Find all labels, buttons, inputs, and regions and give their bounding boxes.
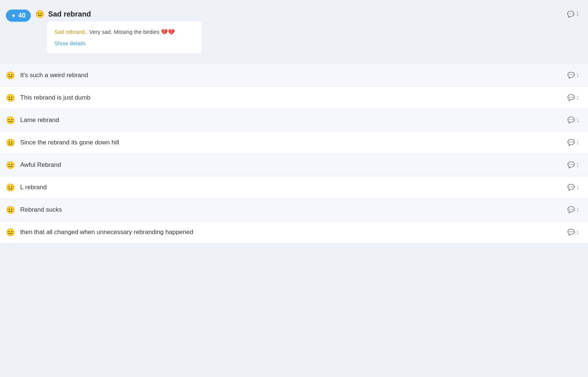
comment-bubble-icon-7: 💬 xyxy=(567,229,575,236)
comment-number-2: 1 xyxy=(576,117,579,123)
main-container: ▼ 40 😐 Sad rebrand 💬 1 Sad rebrand.. Ver… xyxy=(0,0,588,249)
list-item-text-2: Lame rebrand xyxy=(20,116,562,124)
sentiment-emoji-5: 😐 xyxy=(6,183,15,192)
comment-bubble-icon-5: 💬 xyxy=(567,184,575,191)
sentiment-emoji-1: 😐 xyxy=(6,93,15,102)
show-details-link[interactable]: Show details xyxy=(54,40,86,46)
list-item-text-5: L rebrand xyxy=(20,184,562,191)
list-item-text-0: It's such a weird rebrand xyxy=(20,72,562,79)
sentiment-emoji-6: 😐 xyxy=(6,205,15,214)
comment-bubble-icon-6: 💬 xyxy=(567,206,575,213)
comment-bubble-icon-3: 💬 xyxy=(567,139,575,146)
comment-number-4: 1 xyxy=(576,162,579,168)
list-item[interactable]: 😐 Since the rebrand its gone down hill 💬… xyxy=(0,132,588,154)
comment-count-6: 💬 1 xyxy=(567,206,579,213)
list-item[interactable]: 😐 It's such a weird rebrand 💬 1 xyxy=(0,64,588,87)
top-content: 😐 Sad rebrand 💬 1 Sad rebrand.. Very sad… xyxy=(35,10,579,53)
comment-count-4: 💬 1 xyxy=(567,161,579,168)
list-item[interactable]: 😐 Rebrand sucks 💬 1 xyxy=(0,199,588,221)
top-item-title: Sad rebrand xyxy=(48,10,91,18)
sentiment-emoji-7: 😐 xyxy=(6,228,15,237)
comment-count-1: 💬 1 xyxy=(567,94,579,101)
comment-count-7: 💬 1 xyxy=(567,229,579,236)
comment-number-3: 1 xyxy=(576,139,579,146)
comment-bubble-icon-4: 💬 xyxy=(567,161,575,168)
comment-bubble-icon-2: 💬 xyxy=(567,116,575,123)
preview-card: Sad rebrand.. Very sad. Missing the bird… xyxy=(47,21,201,53)
sentiment-emoji-0: 😐 xyxy=(6,71,15,80)
spacer xyxy=(0,57,588,64)
top-comment-number: 1 xyxy=(576,11,579,17)
preview-body: Very sad. Missing the birdies 💔💔 xyxy=(88,29,175,35)
top-comment-count: 💬 1 xyxy=(567,11,579,18)
vote-count: 40 xyxy=(18,12,26,19)
top-item: ▼ 40 😐 Sad rebrand 💬 1 Sad rebrand.. Ver… xyxy=(0,6,588,57)
comment-bubble-icon-0: 💬 xyxy=(567,72,575,79)
sentiment-emoji-top: 😐 xyxy=(35,10,44,18)
list-item-text-6: Rebrand sucks xyxy=(20,206,562,213)
list-container: 😐 It's such a weird rebrand 💬 1 😐 This r… xyxy=(0,64,588,244)
comment-bubble-icon-top: 💬 xyxy=(567,11,574,18)
sentiment-emoji-2: 😐 xyxy=(6,116,15,125)
list-item[interactable]: 😐 then that all changed when unnecessary… xyxy=(0,221,588,244)
comment-count-2: 💬 1 xyxy=(567,116,579,123)
sentiment-emoji-3: 😐 xyxy=(6,138,15,147)
sentiment-emoji-4: 😐 xyxy=(6,161,15,169)
list-item-text-3: Since the rebrand its gone down hill xyxy=(20,139,562,146)
comment-count-3: 💬 1 xyxy=(567,139,579,146)
list-item-text-4: Awful Rebrand xyxy=(20,161,562,169)
comment-count-0: 💬 1 xyxy=(567,72,579,79)
list-item-text-7: then that all changed when unnecessary r… xyxy=(20,229,562,236)
comment-number-6: 1 xyxy=(576,207,579,213)
top-title-row: 😐 Sad rebrand 💬 1 xyxy=(35,10,579,18)
vote-badge[interactable]: ▼ 40 xyxy=(6,10,31,22)
comment-number-7: 1 xyxy=(576,229,579,235)
preview-text: Sad rebrand.. Very sad. Missing the bird… xyxy=(54,28,194,36)
list-item[interactable]: 😐 This rebrand is just dumb 💬 1 xyxy=(0,87,588,109)
list-item[interactable]: 😐 Awful Rebrand 💬 1 xyxy=(0,154,588,176)
comment-count-5: 💬 1 xyxy=(567,184,579,191)
comment-number-5: 1 xyxy=(576,184,579,190)
comment-number-0: 1 xyxy=(576,72,579,78)
list-item-text-1: This rebrand is just dumb xyxy=(20,94,562,101)
preview-highlight: Sad rebrand.. xyxy=(54,29,88,35)
comment-number-1: 1 xyxy=(576,94,579,101)
list-item[interactable]: 😐 Lame rebrand 💬 1 xyxy=(0,109,588,132)
list-item[interactable]: 😐 L rebrand 💬 1 xyxy=(0,176,588,199)
chevron-down-icon: ▼ xyxy=(11,13,16,19)
comment-bubble-icon-1: 💬 xyxy=(567,94,575,101)
